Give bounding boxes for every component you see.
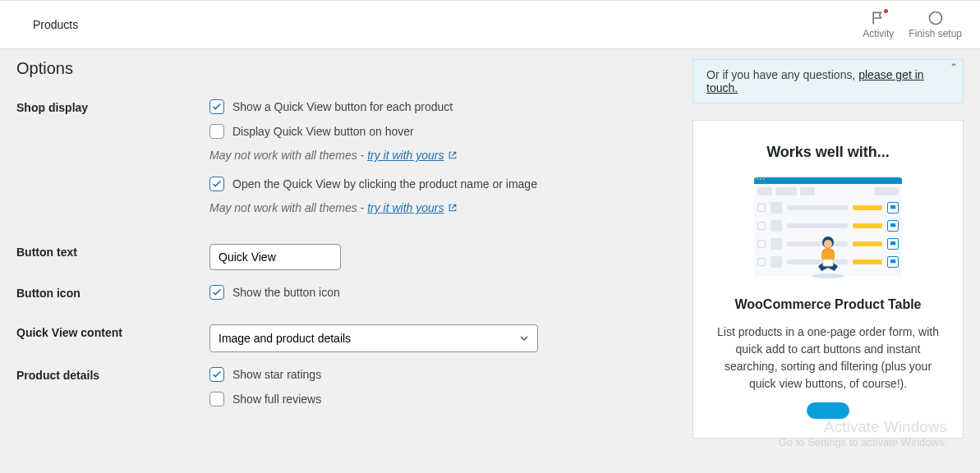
promo-heading: Works well with...	[716, 144, 940, 161]
svg-rect-5	[823, 259, 833, 266]
checkbox-label: Show full reviews	[232, 393, 321, 406]
checkbox-hover[interactable]	[209, 124, 224, 139]
hint-text: May not work with all themes - try it wi…	[209, 149, 676, 162]
hint-text-2: May not work with all themes - try it wi…	[209, 201, 676, 214]
promo-cta-button[interactable]	[807, 402, 849, 419]
external-link-icon	[448, 202, 458, 212]
row-product-details: Product details Show star ratings Show f…	[16, 367, 676, 416]
flag-icon	[870, 10, 886, 26]
checkbox-click-product[interactable]	[209, 177, 224, 191]
checkbox-label: Open the Quick View by clicking the prod…	[232, 177, 537, 191]
row-shop-display: Shop display Show a Quick View button fo…	[16, 99, 676, 229]
label-button-text: Button text	[16, 244, 209, 270]
section-heading: Options	[16, 59, 676, 78]
sidebar: Or if you have any questions, please get…	[692, 59, 964, 473]
row-button-icon: Button icon Show the button icon	[16, 285, 676, 310]
activity-button[interactable]: Activity	[863, 10, 894, 39]
main-content: Options Shop display Show a Quick View b…	[16, 59, 676, 473]
quick-view-content-select[interactable]: Image and product details	[209, 324, 538, 352]
topbar-actions: Activity Finish setup	[863, 10, 962, 39]
page-title: Products	[33, 18, 78, 31]
activity-label: Activity	[863, 28, 894, 39]
svg-point-4	[824, 240, 832, 248]
checkbox-star-ratings[interactable]	[209, 367, 224, 382]
svg-point-1	[812, 273, 844, 278]
checkbox-label: Show a Quick View button for each produc…	[232, 100, 453, 113]
promo-product-name: WooCommerce Product Table	[716, 297, 940, 312]
external-link-icon	[448, 149, 458, 159]
person-icon	[803, 230, 853, 279]
label-qv-content: Quick View content	[16, 324, 209, 352]
row-button-text: Button text	[16, 244, 676, 270]
circle-icon	[927, 10, 944, 26]
checkbox-label: Show the button icon	[232, 286, 340, 299]
label-button-icon: Button icon	[16, 285, 209, 310]
promo-illustration	[754, 177, 902, 276]
checkbox-button-icon[interactable]	[209, 285, 224, 300]
row-qv-content: Quick View content Image and product det…	[16, 324, 676, 352]
checkbox-label: Show star ratings	[232, 368, 321, 381]
close-icon[interactable]: ⌃	[950, 62, 958, 73]
svg-point-0	[929, 12, 941, 25]
button-text-input[interactable]	[209, 244, 341, 270]
label-shop-display: Shop display	[16, 99, 209, 229]
checkbox-quick-view-button[interactable]	[209, 99, 224, 114]
finish-setup-button[interactable]: Finish setup	[909, 10, 962, 39]
promo-box: Works well with...	[692, 120, 964, 439]
label-product-details: Product details	[16, 367, 209, 416]
checkbox-label: Display Quick View button on hover	[232, 125, 414, 138]
try-it-link[interactable]: try it with yours	[367, 149, 444, 162]
top-bar: Products Activity Finish setup	[0, 0, 980, 49]
notice-box: Or if you have any questions, please get…	[692, 59, 964, 103]
try-it-link-2[interactable]: try it with yours	[367, 201, 444, 214]
checkbox-full-reviews[interactable]	[209, 392, 224, 406]
promo-description: List products in a one-page order form, …	[716, 324, 940, 393]
finish-label: Finish setup	[909, 28, 962, 39]
